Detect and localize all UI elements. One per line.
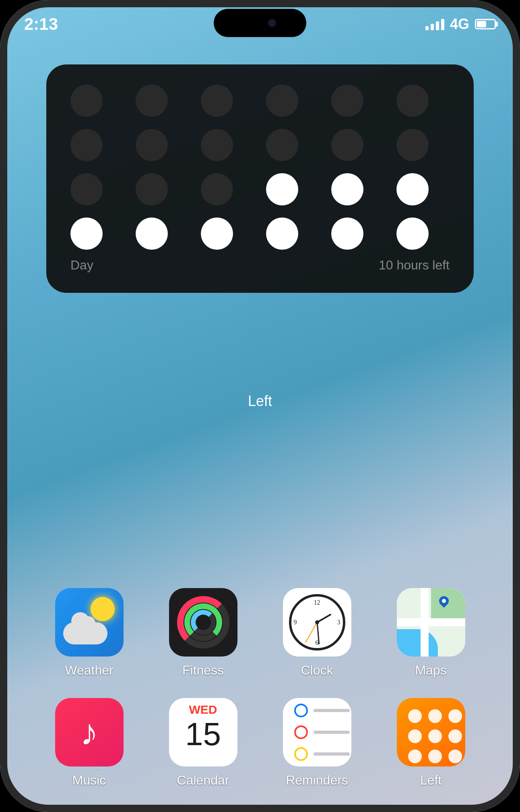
widget-footer: Day 10 hours left — [70, 258, 450, 273]
reminder-line-3 — [314, 752, 350, 756]
app-row-1: Weather Fitness — [32, 588, 488, 678]
battery-icon — [475, 19, 496, 29]
dot-r4c2 — [136, 218, 168, 250]
widget-bottom-label: Left — [0, 393, 520, 410]
clock-face: 12 3 6 9 — [289, 594, 345, 650]
fitness-label: Fitness — [182, 663, 224, 678]
dot-r2c1 — [70, 129, 103, 161]
reminder-item-1 — [294, 704, 350, 717]
clock-label: Clock — [301, 663, 333, 678]
status-right: 4G — [425, 16, 496, 33]
orange-dot-5 — [428, 729, 442, 743]
widget-hours-left: 10 hours left — [379, 258, 450, 273]
orange-dot-2 — [428, 709, 442, 723]
status-time: 2:13 — [24, 14, 58, 34]
dot-r3c5 — [331, 173, 363, 205]
dot-r4c6 — [396, 218, 429, 250]
reminder-circle-red — [294, 725, 308, 739]
maps-water-area — [397, 629, 438, 657]
dot-r1c2 — [136, 85, 168, 117]
reminder-item-2 — [294, 725, 350, 739]
dot-r1c6 — [396, 85, 429, 117]
signal-icon — [425, 18, 444, 30]
app-row-2: ♪ Music WED 15 Calendar — [32, 698, 488, 788]
app-grid: Weather Fitness — [0, 588, 520, 788]
weather-cloud — [63, 622, 107, 644]
signal-bar-4 — [441, 19, 444, 30]
weather-label: Weather — [65, 663, 113, 678]
dot-r2c2 — [136, 129, 168, 161]
reminders-label: Reminders — [286, 773, 348, 788]
maps-label: Maps — [415, 663, 446, 678]
app-item-clock[interactable]: 12 3 6 9 Clock — [277, 588, 357, 678]
orange-dot-7 — [408, 750, 422, 763]
maps-pin — [439, 596, 451, 608]
reminder-circle-blue — [294, 704, 308, 717]
clock-num-3: 3 — [337, 619, 340, 626]
signal-bar-2 — [431, 24, 434, 30]
phone-frame: 2:13 4G — [0, 0, 520, 812]
app-item-weather[interactable]: Weather — [49, 588, 130, 678]
clock-num-9: 9 — [294, 619, 297, 626]
dot-r4c1 — [70, 218, 103, 250]
weather-icon[interactable] — [55, 588, 124, 657]
maps-bg — [397, 588, 465, 657]
dot-r2c6 — [396, 129, 429, 161]
calendar-label: Calendar — [177, 773, 229, 788]
app-item-fitness[interactable]: Fitness — [163, 588, 243, 678]
music-icon[interactable]: ♪ — [55, 698, 124, 766]
dot-r3c1 — [70, 173, 103, 205]
clock-center — [315, 620, 319, 624]
fitness-ring-inner-fill — [191, 610, 216, 635]
dot-r3c2 — [136, 173, 168, 205]
fitness-icon[interactable] — [169, 588, 237, 657]
app-item-maps[interactable]: Maps — [391, 588, 471, 678]
dynamic-island — [214, 9, 306, 37]
dot-r4c3 — [201, 218, 233, 250]
dot-r4c4 — [266, 218, 298, 250]
dot-r2c4 — [266, 129, 298, 161]
dot-r1c4 — [266, 85, 298, 117]
dot-r4c5 — [331, 218, 363, 250]
reminder-line-1 — [314, 709, 350, 712]
app-item-calendar[interactable]: WED 15 Calendar — [163, 698, 243, 788]
dot-r2c3 — [201, 129, 233, 161]
calendar-icon[interactable]: WED 15 — [169, 698, 237, 766]
dot-r1c3 — [201, 85, 233, 117]
dot-r2c5 — [331, 129, 363, 161]
reminder-item-3 — [294, 747, 350, 761]
signal-bar-3 — [436, 21, 439, 30]
maps-icon[interactable] — [397, 588, 465, 657]
clock-icon[interactable]: 12 3 6 9 — [283, 588, 351, 657]
maps-road-horizontal — [397, 618, 465, 626]
dots-widget[interactable]: Day 10 hours left — [46, 64, 474, 293]
reminders-icon[interactable] — [283, 698, 351, 766]
signal-bar-1 — [425, 26, 429, 30]
dot-r1c1 — [70, 85, 103, 117]
maps-pin-circle — [437, 594, 451, 608]
music-note-icon: ♪ — [80, 712, 98, 753]
orange-dot-4 — [408, 729, 422, 743]
orange-dot-6 — [448, 729, 462, 743]
dot-r3c4 — [266, 173, 298, 205]
orange-dot-1 — [408, 709, 422, 723]
left-label: Left — [420, 773, 442, 788]
dot-r3c6 — [396, 173, 429, 205]
fitness-rings — [177, 596, 229, 648]
orange-dot-9 — [448, 750, 462, 763]
reminder-circle-yellow — [294, 747, 308, 761]
clock-num-12: 12 — [314, 599, 320, 606]
app-item-reminders[interactable]: Reminders — [277, 698, 357, 788]
orange-dots-icon[interactable] — [397, 698, 465, 766]
music-label: Music — [72, 773, 106, 788]
camera-dot — [268, 19, 276, 27]
calendar-date-number: 15 — [185, 718, 221, 754]
widget-day-label: Day — [70, 258, 93, 273]
app-item-music[interactable]: ♪ Music — [49, 698, 130, 788]
orange-dot-8 — [428, 750, 442, 763]
network-type: 4G — [450, 16, 469, 33]
orange-dot-3 — [448, 709, 462, 723]
weather-sun — [91, 597, 115, 621]
app-item-left[interactable]: Left — [391, 698, 471, 788]
battery-fill — [477, 21, 486, 27]
